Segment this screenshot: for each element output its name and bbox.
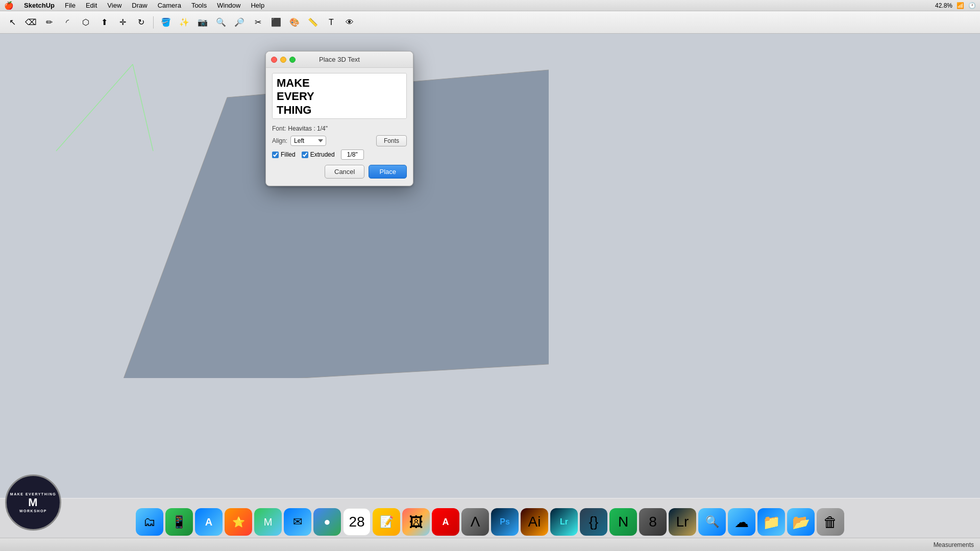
tool-section[interactable]: ✂ bbox=[250, 14, 266, 31]
measurements-label: Measurements bbox=[934, 541, 974, 548]
tool-walkaround[interactable]: 🔎 bbox=[231, 14, 248, 31]
menubar-camera[interactable]: Camera bbox=[156, 2, 183, 9]
tool-arc[interactable]: ◜ bbox=[59, 14, 76, 31]
dock-maps[interactable]: M bbox=[254, 508, 282, 536]
extruded-checkbox-item: Extruded bbox=[302, 151, 335, 158]
dock-photos[interactable]: 🖼 bbox=[402, 508, 430, 536]
filled-checkbox-item: Filled bbox=[272, 151, 296, 158]
traffic-lights bbox=[271, 57, 296, 63]
tool-eraser[interactable]: ⌫ bbox=[22, 14, 39, 31]
dock-icons8[interactable]: 8 bbox=[639, 508, 667, 536]
dock-folder1[interactable]: 📁 bbox=[757, 508, 785, 536]
tool-paint[interactable]: 🪣 bbox=[158, 14, 174, 31]
place-3d-text-dialog: Place 3D Text MAKE EVERY THING Font: Hea… bbox=[265, 51, 413, 186]
align-label: Align: bbox=[272, 137, 287, 144]
dock-numbers[interactable]: N bbox=[609, 508, 637, 536]
dock-lightroom[interactable]: Lr bbox=[550, 508, 578, 536]
tool-components[interactable]: ⬛ bbox=[268, 14, 284, 31]
filled-label: Filled bbox=[281, 151, 296, 158]
dock-taskheat[interactable]: ⭐ bbox=[225, 508, 252, 536]
tool-text3d[interactable]: T bbox=[323, 14, 339, 31]
menubar-right-items: 42.8% 📶 🕐 bbox=[935, 2, 976, 9]
dock-search[interactable]: 🔍 bbox=[698, 508, 726, 536]
tool-materials[interactable]: 🎨 bbox=[286, 14, 303, 31]
toolbar: ↖ ⌫ ✏ ◜ ⬡ ⬆ ✛ ↻ 🪣 ✨ 📷 🔍 🔎 ✂ ⬛ 🎨 📏 T 👁 bbox=[0, 11, 980, 34]
extrude-value-input[interactable] bbox=[341, 149, 364, 160]
statusbar: Measurements bbox=[0, 538, 980, 551]
tool-dimensions[interactable]: 📏 bbox=[305, 14, 321, 31]
align-select[interactable]: Left Center Right bbox=[290, 136, 326, 146]
dock-notes[interactable]: 📝 bbox=[373, 508, 400, 536]
font-info-row: Font: Heavitas : 1/4" bbox=[272, 125, 407, 132]
logo-top-text: MAKE EVERYTHING bbox=[10, 492, 56, 496]
maximize-button[interactable] bbox=[289, 57, 296, 63]
menubar-draw[interactable]: Draw bbox=[130, 2, 149, 9]
tool-pencil[interactable]: ✏ bbox=[41, 14, 57, 31]
canvas-area bbox=[0, 34, 980, 538]
menubar-clock: 🕐 bbox=[968, 2, 976, 9]
dock-appstore[interactable]: A bbox=[195, 508, 223, 536]
logo-inner: MAKE EVERYTHING M WORKSHOP bbox=[10, 492, 56, 513]
dock-icloud[interactable]: ☁ bbox=[728, 508, 755, 536]
toolbar-sep-1 bbox=[153, 16, 154, 29]
dialog-content: MAKE EVERY THING Font: Heavitas : 1/4" A… bbox=[266, 68, 413, 186]
place-button[interactable]: Place bbox=[369, 165, 407, 179]
menubar-window[interactable]: Window bbox=[215, 2, 242, 9]
dock-mail[interactable]: ✉ bbox=[284, 508, 311, 536]
tool-hide[interactable]: 👁 bbox=[341, 14, 358, 31]
logo-m-icon: M bbox=[10, 497, 56, 508]
fonts-button[interactable]: Fonts bbox=[376, 135, 407, 146]
tool-push[interactable]: ⬆ bbox=[96, 14, 112, 31]
extruded-label: Extruded bbox=[310, 151, 335, 158]
tool-shapes[interactable]: ⬡ bbox=[78, 14, 94, 31]
dock-brackets[interactable]: {} bbox=[580, 508, 607, 536]
menubar-edit[interactable]: Edit bbox=[84, 2, 99, 9]
extruded-checkbox[interactable] bbox=[302, 152, 308, 158]
dock-finder[interactable]: 🗂 bbox=[136, 508, 163, 536]
menubar-view[interactable]: View bbox=[105, 2, 124, 9]
dialog-buttons: Cancel Place bbox=[272, 165, 407, 179]
menubar-tools[interactable]: Tools bbox=[189, 2, 209, 9]
apple-menu[interactable]: 🍎 bbox=[4, 1, 14, 10]
menubar-wifi: 📶 bbox=[957, 2, 964, 9]
font-value: Heavitas : 1/4" bbox=[288, 125, 328, 132]
menubar-battery: 42.8% bbox=[935, 2, 952, 9]
menubar-appname[interactable]: SketchUp bbox=[22, 2, 57, 9]
dock-photoshop[interactable]: Ps bbox=[491, 508, 519, 536]
tool-camera[interactable]: 📷 bbox=[194, 14, 211, 31]
menubar-help[interactable]: Help bbox=[249, 2, 266, 9]
dock-illustrator[interactable]: Ai bbox=[521, 508, 548, 536]
tool-zoom[interactable]: 🔍 bbox=[213, 14, 229, 31]
make-everything-workshop-logo: MAKE EVERYTHING M WORKSHOP bbox=[5, 474, 61, 531]
menubar-file[interactable]: File bbox=[63, 2, 78, 9]
cancel-button[interactable]: Cancel bbox=[325, 165, 364, 179]
dock-folder2[interactable]: 📂 bbox=[787, 508, 815, 536]
dock: 🗂 📱 A ⭐ M ✉ ● 28 📝 🖼 A Λ Ps Ai Lr {} N 8… bbox=[0, 497, 980, 538]
checkbox-row: Filled Extruded bbox=[272, 149, 407, 160]
dock-calendar[interactable]: 28 bbox=[343, 508, 371, 536]
tool-move[interactable]: ✛ bbox=[114, 14, 131, 31]
tool-ai[interactable]: ✨ bbox=[176, 14, 192, 31]
dock-trash[interactable]: 🗑 bbox=[817, 508, 844, 536]
logo-bottom-text: WORKSHOP bbox=[10, 509, 56, 513]
tool-rotate[interactable]: ↻ bbox=[133, 14, 149, 31]
dialog-titlebar: Place 3D Text bbox=[266, 52, 413, 68]
tool-select[interactable]: ↖ bbox=[4, 14, 20, 31]
dock-chrome[interactable]: ● bbox=[313, 508, 341, 536]
3d-text-input[interactable]: MAKE EVERY THING bbox=[272, 73, 407, 119]
menubar: 🍎 SketchUp File Edit View Draw Camera To… bbox=[0, 0, 980, 11]
dock-lr2[interactable]: Lr bbox=[669, 508, 696, 536]
font-label: Font: bbox=[272, 125, 286, 132]
filled-checkbox[interactable] bbox=[272, 152, 279, 158]
align-row: Align: Left Center Right Fonts bbox=[272, 135, 407, 146]
minimize-button[interactable] bbox=[280, 57, 286, 63]
dock-autodesk[interactable]: Λ bbox=[461, 508, 489, 536]
dock-acrobat[interactable]: A bbox=[432, 508, 459, 536]
dock-phone[interactable]: 📱 bbox=[165, 508, 193, 536]
close-button[interactable] bbox=[271, 57, 277, 63]
